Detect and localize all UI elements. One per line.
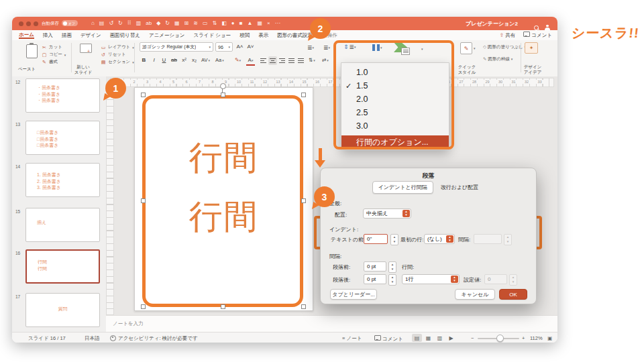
font-name-select[interactable]: 游ゴシック Regular (本文)▾	[140, 42, 213, 52]
tab-図形の書式設定[interactable]: 図形の書式設定	[277, 32, 313, 39]
before-text-stepper[interactable]: ▲▼	[390, 234, 398, 245]
clipboard-tool[interactable]: ✂カット	[42, 44, 66, 51]
resize-handle-top-center[interactable]	[221, 93, 225, 97]
line-spacing-options-item[interactable]: 行間のオプション...	[341, 135, 449, 149]
line-spacing-option-3.0[interactable]: 3.0	[341, 119, 449, 133]
titlebar-tool-icon[interactable]: ×	[267, 21, 270, 26]
zoom-out-button[interactable]: −	[471, 335, 474, 341]
titlebar-tool-icon[interactable]: ⊞	[184, 21, 189, 26]
notes-pane[interactable]: ノートを入力	[106, 315, 557, 333]
paste-button[interactable]	[17, 42, 38, 64]
resize-handle-bottom-right[interactable]	[301, 304, 306, 309]
alignment-select[interactable]: 中央揃え▲▼	[363, 208, 411, 219]
comments-button[interactable]: コメント	[523, 32, 552, 39]
increase-font-button[interactable]: A˄	[235, 42, 244, 51]
smartart-dropdown-icon[interactable]: ▾	[421, 47, 423, 51]
close-window-button[interactable]	[19, 21, 23, 26]
font-style-button[interactable]: U	[160, 56, 168, 64]
resize-handle-mid-right[interactable]	[301, 198, 306, 203]
titlebar-tool-icon[interactable]: ↻	[165, 21, 170, 26]
titlebar-tool-icon[interactable]: ⌂	[91, 21, 95, 26]
resize-handle-bottom-center[interactable]	[221, 304, 225, 309]
autosave-toggle[interactable]: オフ	[62, 20, 78, 26]
font-style-button[interactable]: ab	[170, 56, 178, 64]
tab-描画[interactable]: 描画	[62, 32, 72, 39]
align-text-button[interactable]: ⇄▾	[322, 57, 329, 63]
design-ideas-icon[interactable]: ✦	[525, 42, 538, 54]
zoom-in-button[interactable]: +	[522, 335, 525, 341]
reading-view-button[interactable]: ▥	[435, 334, 445, 342]
slide-thumbnail-16[interactable]: 行間行間	[25, 249, 100, 284]
distribute-button[interactable]	[297, 56, 305, 65]
slide-textbox-text[interactable]: 行間行間	[135, 128, 313, 246]
font-style-button[interactable]: B	[140, 56, 148, 64]
tab-デザイン[interactable]: デザイン	[80, 32, 101, 39]
tab-スライド ショー[interactable]: スライド ショー	[193, 32, 231, 39]
font-tool-button[interactable]: AV▾	[201, 57, 210, 63]
fit-to-window-button[interactable]: ▣	[547, 335, 552, 341]
align-right-button[interactable]	[278, 56, 286, 65]
font-size-select[interactable]: 96▾	[215, 42, 233, 52]
para-after-stepper[interactable]: ▲▼	[388, 274, 396, 286]
text-direction-button[interactable]: ⇅▾	[309, 57, 315, 63]
font-style-button[interactable]: I	[150, 56, 158, 64]
titlebar-tool-icon[interactable]: ▲	[247, 21, 252, 26]
titlebar-tool-icon[interactable]: ⠿	[127, 21, 131, 26]
line-spacing-option-1.5[interactable]: ✓1.5	[341, 79, 449, 93]
ok-button[interactable]: OK	[499, 289, 527, 300]
titlebar-tool-icon[interactable]: ↻	[118, 21, 123, 26]
line-spacing-select[interactable]: 1行▲▼	[402, 274, 460, 284]
slide-thumbnail-13[interactable]: □箇条書き□箇条書き□箇条書き	[25, 121, 100, 155]
slide-thumbnail-15[interactable]: 揃え	[25, 208, 100, 242]
slide-thumbnail-17[interactable]: 質問	[25, 293, 100, 327]
tab-アニメーション[interactable]: アニメーション	[149, 32, 185, 39]
line-spacing-option-1.0[interactable]: 1.0	[341, 66, 449, 79]
font-color-button[interactable]: A▾	[246, 56, 255, 66]
slideshow-button[interactable]: ▶	[446, 334, 456, 342]
titlebar-tool-icon[interactable]: ↺	[109, 21, 113, 26]
tab-表示[interactable]: 表示	[258, 32, 268, 39]
resize-handle-top-right[interactable]	[301, 93, 306, 97]
comments-toggle-button[interactable]: コメント	[374, 335, 403, 343]
titlebar-tool-icon[interactable]: ■	[239, 21, 243, 26]
zoom-window-button[interactable]	[34, 21, 38, 26]
accessibility-status[interactable]: アクセシビリティ: 検討が必要です	[118, 335, 198, 342]
slide-tool[interactable]: ▭レイアウト▾	[101, 44, 134, 51]
resize-handle-mid-left[interactable]	[141, 198, 146, 203]
slide-tool[interactable]: ↺リセット	[101, 51, 134, 58]
bullet-list-button[interactable]: ≣▾	[307, 44, 314, 51]
line-spacing-option-2.0[interactable]: 2.0	[341, 93, 449, 106]
dialog-tab-インデントと行間隔[interactable]: インデントと行間隔	[372, 181, 433, 194]
align-left-button[interactable]	[259, 56, 268, 65]
columns-button[interactable]: ▾	[372, 44, 382, 51]
titlebar-tool-icon[interactable]: ◧	[221, 21, 227, 26]
resize-handle-top-left[interactable]	[141, 93, 146, 97]
titlebar-tool-icon[interactable]: ▦	[257, 21, 262, 26]
resize-handle-bottom-left[interactable]	[141, 304, 146, 309]
line-spacing-option-2.5[interactable]: 2.5	[341, 106, 449, 119]
titlebar-tool-icon[interactable]: ⋯	[275, 21, 280, 26]
titlebar-tool-icon[interactable]: ◆	[156, 21, 160, 26]
tab-画面切り替え[interactable]: 画面切り替え	[110, 32, 140, 39]
before-text-input[interactable]: 0"	[364, 234, 388, 244]
slide-thumbnail-14[interactable]: 1. 箇条書き2. 箇条書き3. 箇条書き	[25, 163, 100, 197]
tab-ホーム[interactable]: ホーム	[19, 32, 34, 39]
titlebar-tool-icon[interactable]: ⇅	[213, 21, 217, 26]
clipboard-tool[interactable]: ✎書式	[42, 58, 66, 66]
decrease-font-button[interactable]: A˅	[246, 42, 255, 51]
numbered-list-button[interactable]: ≣▾	[323, 44, 330, 51]
clipboard-tool[interactable]: ▢コピー▾	[42, 51, 66, 58]
tab-挿入[interactable]: 挿入	[43, 32, 53, 39]
align-center-button[interactable]	[268, 56, 277, 65]
quick-style-dropdown-icon[interactable]: ▾	[474, 46, 476, 50]
minimize-window-button[interactable]	[26, 21, 31, 26]
titlebar-tool-icon[interactable]: ab	[146, 21, 152, 26]
highlight-pen-button[interactable]: ✎▾	[233, 56, 242, 64]
tabs-and-leaders-button[interactable]: タブとリーダー...	[330, 289, 377, 300]
line-spacing-button[interactable]: ⇕≣▾	[343, 44, 356, 50]
share-button[interactable]: ⇧ 共有	[500, 32, 515, 39]
slide-canvas[interactable]: 行間行間	[134, 87, 313, 311]
font-style-button[interactable]: x²	[180, 56, 189, 64]
titlebar-tool-icon[interactable]: ▥	[136, 21, 142, 26]
zoom-level[interactable]: 112%	[530, 335, 543, 341]
